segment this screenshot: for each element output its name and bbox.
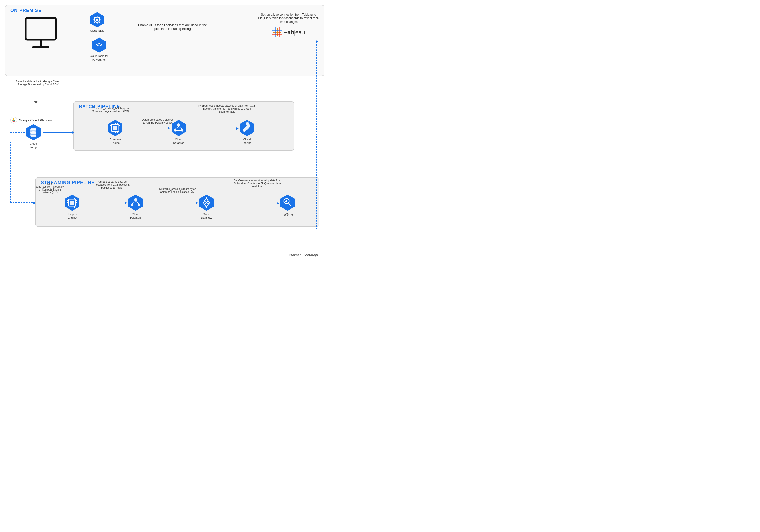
cloud-storage-hex: CloudStorage [25, 123, 42, 149]
run-write-stream-annot: Run write_session_stream.py on Compute E… [157, 188, 198, 193]
cloud-pubsub-hex: CloudPub/Sub [127, 194, 144, 219]
streaming-pipeline-box: STREAMING PIPELINE ComputeEngine [35, 177, 319, 227]
compute-engine-batch-hex: ComputeEngine [107, 119, 124, 145]
bigquery-hex: BigQuery [279, 194, 296, 216]
stream-arrow-3 [216, 203, 279, 203]
cloud-spanner-hex: CloudSpanner [238, 119, 256, 145]
dataproc-cluster-annot: Dataproc creates a cluster to run the Py… [141, 118, 174, 124]
tableau-section: Set up a Live connection from Tableau to… [258, 13, 319, 37]
run-stream-annot: Run send_session_stream.py on Compute En… [34, 183, 65, 194]
svg-point-53 [244, 130, 245, 131]
batch-arrow-2 [188, 128, 238, 128]
svg-point-78 [206, 197, 207, 199]
monitor-arrow-head [34, 101, 38, 104]
enable-apis-text: Enable APIs for all services that are us… [137, 23, 208, 31]
on-premise-box: ON PREMISE [5, 5, 324, 76]
bigquery-label: BigQuery [282, 212, 293, 216]
cloud-dataflow-label: CloudDataflow [201, 212, 212, 219]
svg-point-46 [177, 123, 180, 126]
cloud-dataproc-label: CloudDataproc [173, 138, 184, 145]
cloud-dataflow-hex: CloudDataflow [198, 194, 215, 219]
pyspark-annot: PySpark code ingests batches of data fro… [198, 104, 256, 113]
main-container: ON PREMISE [5, 5, 324, 261]
cloud-sdk-hex: Cloud SDK [89, 12, 105, 32]
svg-rect-0 [25, 18, 56, 39]
left-vert-dotted [10, 142, 11, 203]
stream-entry-dotted [10, 202, 35, 203]
cloud-storage-label: CloudStorage [28, 142, 38, 149]
tableau-logo: +ab|eau [258, 27, 319, 37]
batch-arrow-1 [125, 128, 170, 128]
run-batch-annot: Run write_session_batch.py on Compute En… [89, 107, 132, 113]
monitor-down-arrow [36, 52, 36, 102]
tableau-desc: Set up a Live connection from Tableau to… [258, 13, 319, 24]
svg-point-3 [40, 41, 42, 43]
pubsub-streams-annot: Pub/Sub streams data as messages from GC… [91, 180, 132, 189]
svg-point-70 [134, 198, 137, 201]
save-local-text: Save local data file to Google Cloud Sto… [13, 80, 63, 86]
svg-marker-69 [128, 195, 143, 211]
monitor-icon [21, 13, 61, 55]
bq-to-right-h [298, 228, 316, 228]
svg-point-81 [203, 202, 204, 203]
svg-rect-32 [113, 126, 117, 130]
gcp-badge: Google Cloud Platform [10, 117, 52, 123]
cloud-tools-label: Cloud Tools for PowerShell [89, 54, 109, 62]
svg-rect-20 [272, 30, 282, 31]
compute-engine-stream-label: ComputeEngine [67, 212, 78, 219]
svg-point-6 [96, 19, 98, 21]
svg-marker-84 [280, 195, 295, 211]
batch-pipeline-box: BATCH PIPELINE ComputeEng [73, 101, 294, 151]
svg-point-80 [209, 202, 210, 203]
svg-rect-22 [272, 34, 282, 35]
svg-rect-19 [275, 27, 276, 37]
dotted-h-in [10, 132, 25, 133]
dataflow-transforms-annot: Dataflow transforms streaming data from … [233, 179, 281, 188]
svg-point-29 [30, 134, 36, 137]
cloud-sdk-label: Cloud SDK [90, 29, 104, 32]
author-text: Prakash Dontaraju [289, 253, 318, 257]
right-vert-dotted [316, 42, 317, 229]
tableau-logo-text: +ab|eau [284, 29, 305, 36]
cloud-tools-hex: <> Cloud Tools for PowerShell [89, 37, 109, 62]
compute-engine-stream-hex: ComputeEngine [64, 194, 81, 219]
svg-point-79 [206, 207, 207, 208]
svg-rect-21 [279, 27, 280, 37]
stream-arrow-2 [145, 203, 198, 203]
on-premise-label: ON PREMISE [10, 8, 42, 13]
svg-rect-18 [273, 32, 281, 33]
svg-text:<>: <> [96, 41, 102, 48]
gcp-label: Google Cloud Platform [19, 118, 52, 122]
svg-rect-56 [70, 201, 74, 205]
cloud-spanner-label: CloudSpanner [242, 138, 252, 145]
stream-arrow-1 [82, 203, 127, 203]
compute-engine-batch-label: ComputeEngine [110, 138, 121, 145]
storage-to-compute-arrow [43, 132, 74, 133]
cloud-pubsub-label: CloudPub/Sub [130, 212, 141, 219]
